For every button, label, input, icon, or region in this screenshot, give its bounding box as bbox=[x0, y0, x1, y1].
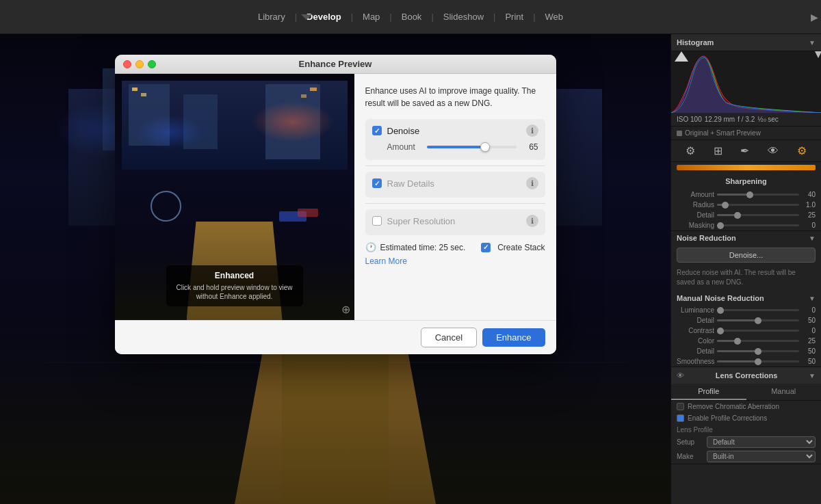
histogram-svg bbox=[671, 51, 821, 113]
settings-active-icon[interactable]: ⚙ bbox=[797, 144, 807, 157]
sharpening-masking-slider[interactable] bbox=[717, 224, 799, 226]
healing-icon[interactable]: ✒ bbox=[740, 144, 749, 157]
setup-select[interactable]: Default bbox=[707, 436, 816, 448]
luminance-slider[interactable] bbox=[717, 309, 799, 311]
luminance-label: Luminance bbox=[677, 306, 714, 314]
highlight-warning[interactable] bbox=[675, 51, 688, 62]
eye-tool-icon[interactable]: 👁 bbox=[768, 145, 779, 157]
photo-background: Enhance Preview bbox=[0, 34, 670, 504]
nr-color-row: Color 25 bbox=[671, 336, 821, 346]
denoise-checkbox[interactable] bbox=[372, 126, 382, 135]
nr-color-detail-slider[interactable] bbox=[717, 350, 799, 352]
maximize-button[interactable] bbox=[148, 60, 156, 68]
make-select[interactable]: Built-in bbox=[707, 451, 816, 462]
sharpening-amount-label: Amount bbox=[677, 191, 714, 198]
raw-details-checkbox[interactable] bbox=[372, 178, 382, 188]
luminance-thumb[interactable] bbox=[717, 307, 724, 314]
denoise-info-icon[interactable]: ℹ bbox=[526, 124, 538, 137]
close-button[interactable] bbox=[123, 60, 131, 68]
menu-map[interactable]: Map bbox=[353, 0, 389, 34]
crop-icon[interactable]: ⊞ bbox=[714, 144, 722, 157]
lens-corrections-arrow[interactable]: ▼ bbox=[809, 372, 816, 380]
traffic-lights bbox=[123, 60, 156, 68]
nr-smoothness-thumb[interactable] bbox=[755, 358, 761, 365]
menu-slideshow[interactable]: Slideshow bbox=[434, 0, 493, 34]
nr-smoothness-label: Smoothness bbox=[677, 358, 714, 365]
clock-icon: 🕐 bbox=[365, 242, 376, 252]
histogram-header: Histogram ▼ bbox=[671, 34, 821, 51]
amount-slider[interactable] bbox=[427, 146, 517, 148]
make-row: Make Built-in bbox=[671, 449, 821, 464]
noise-reduction-arrow[interactable]: ▼ bbox=[809, 235, 816, 242]
super-resolution-checkbox[interactable] bbox=[372, 216, 382, 226]
super-resolution-info-icon[interactable]: ℹ bbox=[526, 215, 538, 227]
manual-noise-reduction-title: Manual Noise Reduction bbox=[677, 294, 764, 302]
tools-row: ⚙ ⊞ ✒ 👁 ⚙ bbox=[671, 140, 821, 162]
tooltip-title: Enhanced bbox=[174, 271, 295, 280]
tone-curve-bar bbox=[677, 165, 816, 170]
menu-web[interactable]: Web bbox=[536, 0, 573, 34]
nr-detail-slider[interactable] bbox=[717, 319, 799, 321]
learn-more-link[interactable]: Learn More bbox=[365, 256, 545, 266]
remove-ca-label: Remove Chromatic Aberration bbox=[688, 403, 779, 410]
sharpening-radius-value: 1.0 bbox=[802, 201, 816, 209]
sharpening-radius-slider[interactable] bbox=[717, 204, 799, 206]
amount-row: Amount 65 bbox=[387, 142, 538, 152]
denoise-button[interactable]: Denoise... bbox=[677, 248, 816, 263]
dialog-overlay: Enhance Preview bbox=[0, 34, 670, 504]
zoom-icon[interactable]: ⊕ bbox=[341, 303, 350, 316]
lens-corrections-eye-icon[interactable]: 👁 bbox=[677, 371, 684, 380]
lens-corrections-tabs: Profile Manual bbox=[671, 384, 821, 401]
enable-profile-checkbox[interactable] bbox=[677, 414, 684, 422]
nr-color-detail-row: Detail 50 bbox=[671, 346, 821, 356]
nr-color-detail-label: Detail bbox=[677, 347, 714, 355]
nr-color-thumb[interactable] bbox=[734, 338, 741, 345]
nr-smoothness-value: 50 bbox=[802, 358, 816, 365]
histogram-collapse-arrow[interactable]: ▼ bbox=[809, 39, 816, 47]
sharpening-amount-thumb[interactable] bbox=[746, 191, 753, 198]
dialog-preview-image[interactable]: Enhanced Click and hold preview window t… bbox=[115, 74, 354, 320]
dialog-content: Enhanced Click and hold preview window t… bbox=[115, 74, 556, 320]
smart-preview-row: Original + Smart Preview bbox=[671, 127, 821, 140]
menu-library[interactable]: Library bbox=[248, 0, 295, 34]
lens-corrections-section: 👁 Lens Corrections ▼ Profile Manual Remo… bbox=[671, 367, 821, 464]
sharpening-detail-slider[interactable] bbox=[717, 214, 799, 216]
menu-book[interactable]: Book bbox=[392, 0, 432, 34]
sharpening-radius-thumb[interactable] bbox=[722, 202, 729, 209]
dialog-titlebar: Enhance Preview bbox=[115, 55, 556, 74]
tab-profile[interactable]: Profile bbox=[671, 384, 746, 400]
create-stack-checkbox[interactable] bbox=[481, 243, 491, 252]
nr-smoothness-slider[interactable] bbox=[717, 360, 799, 362]
aperture-value: f / 3.2 bbox=[738, 116, 755, 123]
nr-contrast-thumb[interactable] bbox=[717, 328, 724, 334]
sharpening-detail-thumb[interactable] bbox=[734, 212, 741, 219]
cancel-button[interactable]: Cancel bbox=[421, 328, 477, 347]
super-resolution-section: Super Resolution ℹ bbox=[365, 209, 545, 235]
raw-details-info-icon[interactable]: ℹ bbox=[526, 177, 538, 189]
enhance-button[interactable]: Enhance bbox=[482, 328, 545, 347]
nr-detail-thumb[interactable] bbox=[755, 317, 761, 324]
remove-ca-row: Remove Chromatic Aberration bbox=[671, 401, 821, 412]
dialog-footer: Cancel Enhance bbox=[115, 320, 556, 354]
amount-fill bbox=[427, 146, 485, 148]
adjustments-icon[interactable]: ⚙ bbox=[686, 144, 695, 157]
shadow-warning[interactable] bbox=[815, 51, 821, 58]
sharpening-masking-value: 0 bbox=[802, 222, 816, 229]
sharpening-amount-slider[interactable] bbox=[717, 194, 799, 196]
nr-color-slider[interactable] bbox=[717, 340, 799, 342]
minimize-button[interactable] bbox=[135, 60, 144, 68]
remove-ca-checkbox[interactable] bbox=[677, 403, 684, 410]
sharpening-masking-thumb[interactable] bbox=[717, 222, 724, 229]
manual-noise-reduction-header: Manual Noise Reduction ▼ bbox=[671, 291, 821, 305]
enhance-dialog: Enhance Preview bbox=[115, 55, 556, 354]
lens-profile-sub-label: Lens Profile bbox=[671, 424, 821, 435]
amount-thumb[interactable] bbox=[480, 142, 490, 152]
menu-print[interactable]: Print bbox=[495, 0, 533, 34]
nr-color-detail-value: 50 bbox=[802, 347, 816, 355]
denoise-row: Denoise ℹ bbox=[372, 124, 538, 137]
nr-contrast-slider[interactable] bbox=[717, 330, 799, 332]
lens-corrections-header: 👁 Lens Corrections ▼ bbox=[671, 367, 821, 384]
tab-manual[interactable]: Manual bbox=[746, 384, 822, 400]
manual-nr-arrow[interactable]: ▼ bbox=[809, 295, 816, 302]
nr-color-detail-thumb[interactable] bbox=[755, 348, 761, 355]
